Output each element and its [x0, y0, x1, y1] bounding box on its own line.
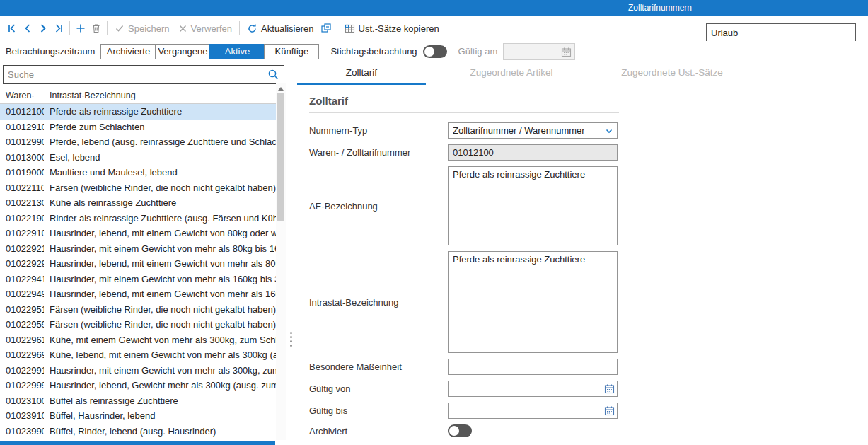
scrollbar-thumb[interactable]: [277, 93, 284, 221]
table-row[interactable]: 01022949Hausrinder, lebend, mit einem Ge…: [0, 287, 276, 302]
table-row[interactable]: 01022910Hausrinder, lebend, mit einem Ge…: [0, 226, 276, 241]
segment-künftige[interactable]: Künftige: [264, 44, 319, 59]
gueltig-von-input[interactable]: [448, 381, 618, 397]
archiviert-label: Archiviert: [309, 426, 448, 437]
refresh-button[interactable]: Aktualisieren: [243, 20, 318, 37]
cell-waren-nr: 01023100: [0, 393, 44, 409]
cell-waren-nr: 01022961: [0, 333, 44, 348]
gueltig-am-label: Gültig am: [458, 46, 498, 57]
table-row[interactable]: 01023100Büffel als reinrassige Zuchttier…: [0, 393, 276, 409]
calendar-icon[interactable]: [604, 383, 615, 394]
besondere-masseinheit-input[interactable]: [448, 359, 618, 375]
search-icon[interactable]: [267, 69, 279, 81]
tab-zugeordnete-ust-sätze[interactable]: Zugeordnete Ust.-Sätze: [597, 62, 747, 85]
table-row[interactable]: 01022110Färsen (weibliche Rinder, die no…: [0, 180, 276, 196]
stichtagsbetrachtung-toggle[interactable]: [423, 45, 447, 58]
cell-intrastat-bezeichnung: Büffel, Hausrinder, lebend: [44, 408, 276, 424]
table-row[interactable]: 01013000Esel, lebend: [0, 150, 276, 166]
segment-aktive[interactable]: Aktive: [209, 44, 265, 59]
table-row[interactable]: 01022969Kühe, lebend, mit einem Gewicht …: [0, 347, 276, 363]
table-row[interactable]: 01012910Pferde zum Schlachten: [0, 120, 276, 135]
delete-record-button[interactable]: [88, 20, 104, 37]
nummern-typ-select[interactable]: Zolltarifnummer / Warennummer: [448, 122, 618, 139]
column-header-waren-nr[interactable]: Waren-Nr.: [0, 88, 44, 103]
table-row[interactable]: 01023990Büffel, Rinder, lebend (ausg. Ha…: [0, 424, 276, 439]
table-row[interactable]: 01022959Färsen (weibliche Rinder, die no…: [0, 317, 276, 333]
cell-intrastat-bezeichnung: Maultiere und Maulesel, lebend: [44, 165, 276, 180]
table-row[interactable]: 01022961Kühe, mit einem Gewicht von mehr…: [0, 333, 276, 348]
quick-value-input[interactable]: [706, 23, 856, 42]
discard-button[interactable]: Verwerfen: [174, 20, 237, 37]
save-button-label: Speichern: [128, 23, 170, 34]
table-row[interactable]: 01012100Pferde als reinrassige Zuchttier…: [0, 104, 276, 120]
table-row[interactable]: 01022941Hausrinder, mit einem Gewicht vo…: [0, 272, 276, 287]
table-row[interactable]: 01022130Kühe als reinrassige Zuchttiere: [0, 195, 276, 211]
save-button[interactable]: Speichern: [110, 20, 174, 37]
splitter-dot: [290, 336, 292, 338]
panel-splitter[interactable]: [288, 332, 294, 347]
warennummer-label: Waren- / Zolltarifnummer: [309, 147, 448, 158]
cell-intrastat-bezeichnung: Färsen (weibliche Rinder, die noch nicht…: [44, 180, 276, 196]
app-window: Zolltarifnummern Speichern Verwerfen: [0, 0, 868, 445]
section-title: Zolltarif: [309, 95, 868, 107]
cell-intrastat-bezeichnung: Hausrinder, lebend, mit einem Gewicht vo…: [44, 256, 276, 272]
segment-vergangene[interactable]: Vergangene: [155, 44, 210, 59]
cell-waren-nr: 01023990: [0, 424, 44, 439]
table-row[interactable]: 01022951Färsen (weibliche Rinder, die no…: [0, 302, 276, 318]
cell-waren-nr: 01022130: [0, 195, 44, 211]
ae-bezeichnung-textarea[interactable]: Pferde als reinrassige Zuchttiere: [448, 166, 618, 245]
tab-zugeordnete-artikel[interactable]: Zugeordnete Artikel: [426, 62, 597, 85]
column-header-intrastat-bezeichnung[interactable]: Intrastat-Bezeichnung: [44, 88, 276, 103]
archiviert-toggle[interactable]: [448, 424, 472, 437]
cell-waren-nr: 01022929: [0, 256, 44, 272]
cell-intrastat-bezeichnung: Hausrinder, lebend, mit einem Gewicht vo…: [44, 226, 276, 241]
splitter-dot: [290, 332, 292, 334]
cell-intrastat-bezeichnung: Hausrinder, mit einem Gewicht von mehr a…: [44, 363, 276, 378]
toggle-knob: [449, 426, 459, 436]
segment-archivierte[interactable]: Archivierte: [100, 44, 156, 59]
cell-waren-nr: 01022969: [0, 347, 44, 363]
table-row[interactable]: 01022190Rinder als reinrassige Zuchttier…: [0, 211, 276, 226]
table-row[interactable]: 01022929Hausrinder, lebend, mit einem Ge…: [0, 256, 276, 272]
intrastat-bezeichnung-textarea[interactable]: Pferde als reinrassige Zuchttiere: [448, 251, 618, 353]
warennummer-input[interactable]: [448, 144, 618, 161]
table-row[interactable]: 01023910Büffel, Hausrinder, lebend: [0, 408, 276, 424]
form-row: AE-Bezeichnung Pferde als reinrassige Zu…: [309, 166, 868, 245]
check-icon: [115, 23, 125, 33]
last-record-button[interactable]: [51, 20, 66, 37]
horizontal-scrollbar[interactable]: [0, 441, 275, 445]
gueltig-bis-input[interactable]: [448, 403, 618, 419]
tab-zolltarif[interactable]: Zolltarif: [297, 62, 426, 85]
vertical-scrollbar[interactable]: [276, 83, 286, 440]
table-row[interactable]: 01022921Hausrinder, mit einem Gewicht vo…: [0, 241, 276, 257]
search-input[interactable]: [4, 69, 267, 80]
refresh-button-label: Aktualisieren: [261, 23, 313, 34]
form-row: Besondere Maßeinheit: [309, 359, 868, 375]
table-row[interactable]: 01012990Pferde, lebend (ausg. reinrassig…: [0, 134, 276, 150]
cell-waren-nr: 01022999: [0, 378, 44, 393]
copy-ust-saetze-button[interactable]: Ust.-Sätze kopieren: [340, 20, 444, 37]
form-row: Intrastat-Bezeichnung Pferde als reinras…: [309, 251, 868, 353]
tab-bar: ZolltarifZugeordnete ArtikelZugeordnete …: [297, 62, 868, 85]
copy-record-button[interactable]: [318, 20, 334, 37]
previous-record-icon: [23, 23, 33, 33]
first-record-button[interactable]: [4, 20, 20, 37]
add-record-button[interactable]: [73, 20, 88, 37]
scroll-up-icon[interactable]: [278, 87, 284, 91]
calendar-icon[interactable]: [604, 405, 615, 416]
left-panel: Waren-Nr. Intrastat-Bezeichnung 01012100…: [0, 62, 291, 445]
copy-window-icon: [320, 23, 332, 34]
ae-bezeichnung-label: AE-Bezeichnung: [309, 201, 448, 212]
previous-record-button[interactable]: [20, 20, 35, 37]
table-row[interactable]: 01022999Hausrinder, lebend, Gewicht mehr…: [0, 378, 276, 393]
cell-waren-nr: 01012990: [0, 134, 44, 150]
cell-intrastat-bezeichnung: Hausrinder, mit einem Gewicht von mehr a…: [44, 272, 276, 287]
last-record-icon: [54, 23, 64, 33]
gueltig-am-date-input: [503, 43, 575, 60]
calendar-icon: [561, 47, 572, 57]
form-row: Archiviert: [309, 424, 868, 437]
next-record-button[interactable]: [35, 20, 51, 37]
table-grid-icon: [345, 23, 355, 34]
table-row[interactable]: 01022991Hausrinder, mit einem Gewicht vo…: [0, 363, 276, 378]
table-row[interactable]: 01019000Maultiere und Maulesel, lebend: [0, 165, 276, 180]
